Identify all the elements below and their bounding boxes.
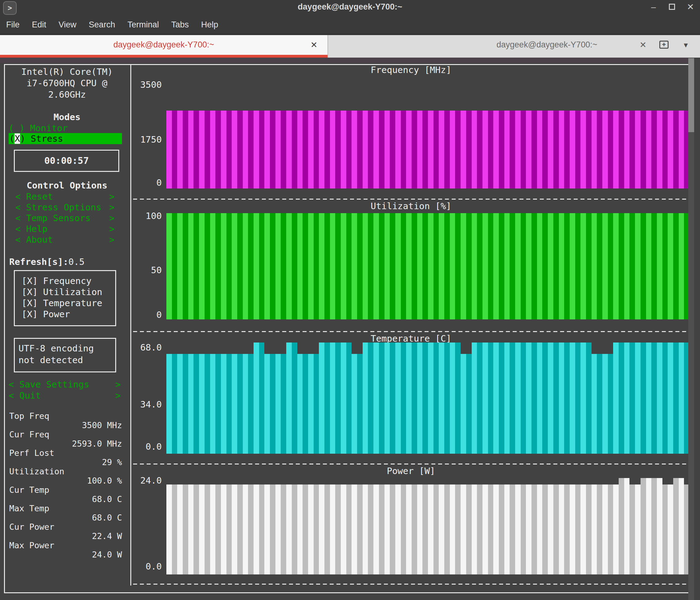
bar bbox=[341, 485, 346, 574]
terminal-scrollbar[interactable] bbox=[688, 58, 694, 600]
bar bbox=[330, 110, 335, 188]
mode-option-stress[interactable]: (X) Stress bbox=[9, 133, 122, 144]
y-tick-label: 3500 bbox=[132, 79, 162, 90]
bar bbox=[237, 354, 243, 454]
bar bbox=[373, 213, 379, 319]
bar bbox=[297, 110, 303, 188]
tab-inactive[interactable]: daygeek@daygeek-Y700:~ ✕ + ▼ bbox=[329, 35, 700, 58]
bar bbox=[548, 485, 553, 574]
bar bbox=[270, 354, 275, 454]
bar bbox=[177, 485, 183, 574]
bar bbox=[537, 213, 543, 319]
bar bbox=[575, 485, 581, 574]
tab-dropdown-icon[interactable]: ▼ bbox=[682, 41, 689, 49]
bar bbox=[613, 485, 619, 574]
bar bbox=[580, 213, 586, 319]
bar bbox=[379, 213, 384, 319]
bar bbox=[237, 213, 243, 319]
bar bbox=[324, 110, 330, 188]
action-save-settings[interactable]: < Save Settings> bbox=[9, 379, 121, 390]
bar bbox=[335, 485, 341, 574]
tab-close-icon[interactable]: ✕ bbox=[638, 40, 648, 50]
close-icon[interactable]: ✕ bbox=[685, 2, 696, 12]
scrollbar-thumb[interactable] bbox=[688, 58, 694, 132]
bar bbox=[488, 342, 494, 454]
y-tick-label: 0.0 bbox=[132, 441, 162, 452]
chart-title-frequency: Frequency [MHz] bbox=[131, 65, 691, 75]
stat-value: 22.4 W bbox=[9, 531, 122, 541]
bar bbox=[428, 485, 433, 574]
summary-checkbox-power[interactable]: [X] Power bbox=[15, 309, 115, 320]
new-tab-icon[interactable]: + bbox=[659, 41, 669, 49]
bar bbox=[619, 213, 624, 319]
summary-checkbox-temperature[interactable]: [X] Temperature bbox=[15, 297, 115, 309]
bar bbox=[613, 342, 619, 454]
bar bbox=[450, 110, 455, 188]
summary-checkbox-frequency[interactable]: [X] Frequency bbox=[15, 276, 115, 286]
refresh-setting[interactable]: Refresh[s]:0.5 bbox=[9, 257, 84, 267]
bar bbox=[319, 485, 324, 574]
menu-item-file[interactable]: File bbox=[4, 19, 22, 31]
bar bbox=[199, 354, 205, 454]
control-option-help[interactable]: < Help> bbox=[16, 224, 115, 234]
bar bbox=[248, 213, 254, 319]
bar bbox=[439, 485, 444, 574]
action-quit[interactable]: < Quit> bbox=[9, 390, 121, 401]
bar bbox=[341, 342, 346, 454]
bar bbox=[477, 110, 482, 188]
control-option-temp-sensors[interactable]: < Temp Sensors> bbox=[16, 213, 115, 223]
stat-value: 24.0 W bbox=[9, 550, 122, 559]
menu-item-terminal[interactable]: Terminal bbox=[126, 19, 161, 31]
bar bbox=[439, 342, 444, 454]
bar bbox=[586, 485, 592, 574]
bar bbox=[330, 342, 335, 454]
bar bbox=[570, 213, 575, 319]
bar bbox=[324, 342, 330, 454]
bar bbox=[373, 342, 379, 454]
control-option-about[interactable]: < About> bbox=[16, 234, 115, 245]
bar bbox=[324, 485, 330, 574]
menu-item-tabs[interactable]: Tabs bbox=[170, 19, 191, 31]
stat-value: 100.0 % bbox=[9, 476, 122, 486]
menu-item-edit[interactable]: Edit bbox=[30, 19, 48, 31]
bar bbox=[373, 110, 379, 188]
bar bbox=[346, 110, 352, 188]
bar bbox=[673, 478, 679, 574]
bar bbox=[384, 342, 390, 454]
bar bbox=[657, 110, 662, 188]
chart-title-utilization: Utilization [%] bbox=[131, 201, 691, 211]
bar bbox=[199, 485, 205, 574]
menu-item-search[interactable]: Search bbox=[87, 19, 117, 31]
stat-label: Perf Lost bbox=[9, 448, 122, 458]
menu-item-help[interactable]: Help bbox=[199, 19, 220, 31]
bar bbox=[586, 342, 592, 454]
bar bbox=[357, 354, 362, 454]
mode-option-monitor[interactable]: ( ) Monitor bbox=[9, 123, 122, 133]
bar bbox=[297, 354, 303, 454]
bar bbox=[608, 213, 614, 319]
bar bbox=[592, 110, 597, 188]
bar bbox=[324, 213, 330, 319]
menu-item-view[interactable]: View bbox=[57, 19, 78, 31]
summary-checkbox-utilization[interactable]: [X] Utilization bbox=[15, 286, 115, 297]
bar bbox=[488, 485, 494, 574]
bar bbox=[215, 354, 221, 454]
bar bbox=[542, 110, 548, 188]
control-option-stress-options[interactable]: < Stress Options> bbox=[16, 202, 115, 212]
bar bbox=[417, 342, 423, 454]
stat-value: 2593.0 MHz bbox=[9, 439, 122, 448]
control-option-reset[interactable]: < Reset> bbox=[16, 191, 115, 202]
tab-close-icon[interactable]: ✕ bbox=[309, 40, 319, 50]
minimize-icon[interactable]: – bbox=[648, 2, 659, 12]
active-tab-indicator bbox=[0, 55, 327, 58]
tab-active[interactable]: daygeek@daygeek-Y700:~ ✕ bbox=[0, 35, 328, 58]
bar bbox=[570, 110, 575, 188]
maximize-icon[interactable] bbox=[667, 2, 677, 12]
bar bbox=[668, 485, 673, 574]
bar bbox=[357, 485, 362, 574]
bar bbox=[352, 354, 357, 454]
bar bbox=[411, 485, 417, 574]
bar bbox=[493, 485, 499, 574]
bar bbox=[646, 342, 652, 454]
bar bbox=[210, 110, 216, 188]
